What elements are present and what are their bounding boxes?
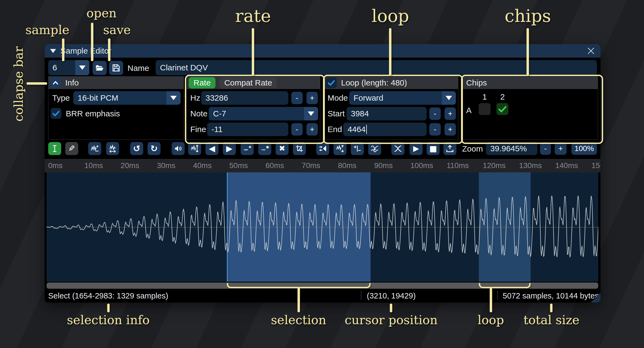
trim-button[interactable] xyxy=(293,142,306,155)
annotation-line xyxy=(490,287,492,312)
hz-decrease-button[interactable]: - xyxy=(291,92,303,104)
normalize-button[interactable] xyxy=(188,142,201,155)
amplify-button[interactable] xyxy=(172,142,185,155)
annotation-line xyxy=(390,304,392,312)
apply-silence-button[interactable] xyxy=(258,142,271,155)
loop-end-increase-button[interactable]: + xyxy=(444,123,456,136)
brr-emphasis-checkbox[interactable] xyxy=(51,108,61,119)
edit-mode-select-button[interactable] xyxy=(48,142,61,155)
chip-row-label: A xyxy=(466,106,472,115)
resize-button[interactable] xyxy=(88,142,101,155)
fade-out-button[interactable] xyxy=(223,142,236,155)
zoom-out-button[interactable]: - xyxy=(540,142,551,155)
chips-panel-title: Chips xyxy=(466,78,487,87)
fade-in-button[interactable] xyxy=(205,142,218,155)
tab-compat-rate[interactable]: Compat Rate xyxy=(219,77,277,88)
time-ruler[interactable]: 0ms10ms20ms30ms40ms50ms60ms70ms80ms90ms1… xyxy=(45,159,600,172)
ruler-tick-label: 130ms xyxy=(519,161,542,170)
chevron-down-icon[interactable] xyxy=(442,91,456,105)
sample-editor-window: Sample Editor 6 Name Clarinet DQV Info xyxy=(45,44,600,303)
mode-label: Mode xyxy=(328,93,348,103)
import-sample-button[interactable] xyxy=(443,142,456,155)
loop-mode-select[interactable]: Forward xyxy=(349,91,456,105)
undo-button[interactable] xyxy=(130,142,143,155)
fine-input[interactable]: -11 xyxy=(207,123,288,136)
signed-unsigned-button[interactable] xyxy=(351,142,364,155)
crossfade-button[interactable] xyxy=(391,142,404,155)
fine-decrease-button[interactable]: - xyxy=(291,123,303,136)
fine-increase-button[interactable]: + xyxy=(306,123,318,136)
ruler-tick-label: 0ms xyxy=(48,161,63,170)
wave-stretch-icon xyxy=(109,145,117,153)
preview-sample-button[interactable] xyxy=(410,142,423,155)
open-sample-button[interactable] xyxy=(93,61,107,75)
hz-input[interactable]: 33286 xyxy=(201,91,288,105)
loop-start-increase-button[interactable]: + xyxy=(444,107,456,120)
ruler-tick-label: 50ms xyxy=(229,161,248,170)
resample-button[interactable] xyxy=(106,142,119,155)
zoom-label: Zoom xyxy=(462,144,483,153)
annotation-line xyxy=(108,38,110,61)
delete-button[interactable] xyxy=(276,142,289,155)
window-collapse-icon[interactable] xyxy=(50,49,56,53)
apply-filter-button[interactable] xyxy=(368,142,381,155)
annotation-line xyxy=(527,28,529,76)
zoom-in-button[interactable]: + xyxy=(555,142,567,155)
zoom-input[interactable]: 39.9645% xyxy=(486,142,537,155)
save-sample-button[interactable] xyxy=(109,61,123,75)
sample-name-input[interactable]: Clarinet DQV xyxy=(156,60,597,75)
chevron-up-icon xyxy=(52,79,59,87)
waveform-display[interactable] xyxy=(47,172,598,282)
loop-end-input[interactable]: 4464 xyxy=(343,123,427,136)
info-panel-title: Info xyxy=(65,78,79,87)
toolbar: Zoom 39.9645% - + 100% xyxy=(45,141,600,158)
annotation-sample: sample xyxy=(25,23,69,37)
annotation-line xyxy=(252,28,254,76)
hz-increase-button[interactable]: + xyxy=(306,92,318,104)
insert-silence-button[interactable] xyxy=(241,142,254,155)
title-bar[interactable]: Sample Editor xyxy=(45,44,600,58)
invert-button[interactable] xyxy=(334,142,346,155)
type-select[interactable]: 16-bit PCM xyxy=(73,91,181,105)
floppy-disk-icon xyxy=(112,64,120,72)
loop-end-decrease-button[interactable]: - xyxy=(429,123,441,136)
crop-icon xyxy=(295,145,303,153)
text-caret xyxy=(366,125,367,134)
stop-preview-button[interactable] xyxy=(427,142,440,155)
annotation-chips: chips xyxy=(505,6,551,26)
crossfade-icon xyxy=(394,145,402,153)
ruler-tick-label: 120ms xyxy=(483,161,506,170)
ruler-tick-label: 110ms xyxy=(447,161,469,170)
loop-start-decrease-button[interactable]: - xyxy=(429,107,441,120)
tab-rate[interactable]: Rate xyxy=(189,77,215,88)
check-icon xyxy=(327,79,335,87)
close-icon[interactable] xyxy=(586,46,596,56)
note-select[interactable]: C-7 xyxy=(209,107,318,120)
redo-button[interactable] xyxy=(148,142,161,155)
loop-panel-title: Loop (length: 480) xyxy=(341,78,407,87)
annotation-line xyxy=(389,28,391,76)
resize-grip[interactable] xyxy=(591,293,600,303)
sample-selector[interactable]: 6 xyxy=(48,60,89,75)
loop-enable-checkbox[interactable] xyxy=(326,77,337,88)
chevron-down-icon[interactable] xyxy=(304,107,318,120)
loop-start-input[interactable]: 3984 xyxy=(346,107,427,120)
collapse-info-button[interactable] xyxy=(50,77,61,88)
ibeam-icon xyxy=(51,145,59,153)
check-icon xyxy=(498,104,507,114)
edit-mode-draw-button[interactable] xyxy=(65,142,78,155)
reverse-button[interactable] xyxy=(316,142,329,155)
waveform-trace xyxy=(47,172,598,282)
annotation-line xyxy=(27,82,47,85)
ruler-tick-label: 40ms xyxy=(193,161,211,170)
annotation-cursor-position: cursor position xyxy=(345,313,438,327)
zoom-reset-button[interactable]: 100% xyxy=(571,142,597,155)
ruler-tick-label: 60ms xyxy=(266,161,284,170)
chip-2-checkbox[interactable] xyxy=(496,103,508,115)
chevron-down-icon[interactable] xyxy=(166,91,181,105)
sample-selector-value: 6 xyxy=(53,63,57,72)
annotation-collapse-bar: collapse bar xyxy=(11,46,26,122)
chevron-down-icon[interactable] xyxy=(75,60,89,75)
chip-1-checkbox[interactable] xyxy=(479,103,491,115)
chip-column-1: 1 xyxy=(482,92,487,101)
